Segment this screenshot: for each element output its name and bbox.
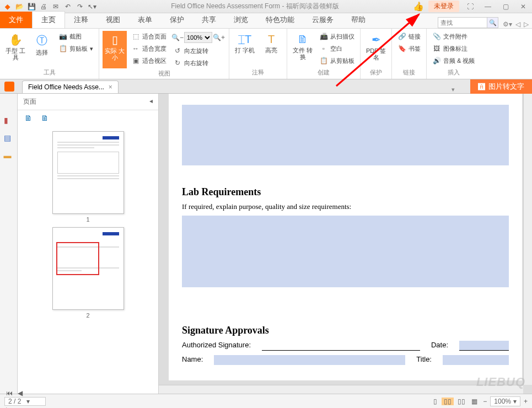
file-convert-button[interactable]: 🗎文件 转换: [291, 31, 315, 67]
tab-file[interactable]: 文件: [0, 12, 32, 28]
rotate-right-button[interactable]: ↻向右旋转: [171, 57, 225, 68]
bookmark-button[interactable]: 🔖书签: [395, 43, 423, 54]
app-badge-icon[interactable]: [4, 82, 14, 92]
collapse-icon[interactable]: ▾: [452, 86, 455, 93]
minimize-icon[interactable]: —: [481, 2, 495, 12]
prev-page-icon[interactable]: ◀: [16, 389, 24, 397]
files-icon: 🗎: [297, 33, 308, 46]
thumb-tool2-icon[interactable]: 🗎: [41, 114, 49, 122]
tab-help[interactable]: 帮助: [342, 12, 374, 28]
tab-cloud[interactable]: 云服务: [303, 12, 342, 28]
next-page-icon[interactable]: ▶: [4, 406, 13, 409]
tab-share[interactable]: 共享: [193, 12, 225, 28]
image-annot-button[interactable]: 🖼图像标注: [430, 43, 477, 54]
zoomin-icon[interactable]: 🔍+: [214, 33, 223, 42]
tab-view[interactable]: 视图: [97, 12, 129, 28]
zoom-in-status-icon[interactable]: +: [524, 398, 528, 405]
back-icon[interactable]: ⇦: [26, 406, 35, 409]
highlight-button[interactable]: T高亮: [259, 31, 283, 67]
tab-form[interactable]: 表单: [129, 12, 161, 28]
gear-icon[interactable]: ⚙▾: [503, 20, 512, 28]
mail-icon[interactable]: ✉: [51, 2, 61, 12]
screenshot-button[interactable]: 📷截图: [56, 31, 95, 42]
search-input[interactable]: [438, 17, 487, 28]
facing-icon[interactable]: ▯▯: [455, 398, 467, 405]
tab-feature[interactable]: 特色功能: [257, 12, 303, 28]
attachment-button[interactable]: 📎文件附件: [430, 31, 477, 42]
document-tab[interactable]: Field Office Needs Asse... ×: [22, 80, 119, 93]
thumbnail-1[interactable]: 1: [52, 131, 124, 223]
fit-width-button[interactable]: ↔适合宽度: [129, 43, 169, 54]
from-clipboard-button[interactable]: 📋从剪贴板: [317, 55, 357, 66]
cont-facing-icon[interactable]: ▦: [469, 398, 480, 405]
fullscreen-icon[interactable]: ⛶: [464, 2, 477, 12]
thumbnail-2[interactable]: 2: [52, 227, 124, 319]
title-field[interactable]: [443, 355, 509, 365]
blank-icon: ▫: [319, 44, 328, 53]
comments-panel-icon[interactable]: ▬: [4, 151, 14, 161]
tab-home[interactable]: 主页: [32, 11, 65, 28]
ocr-button[interactable]: 🅰 图片转文字: [470, 79, 532, 94]
bookmark-panel-icon[interactable]: ▮: [4, 116, 14, 126]
thumbnails-list[interactable]: 1 2: [18, 126, 158, 394]
zoom-select[interactable]: 100%: [184, 32, 212, 43]
save-icon[interactable]: 💾: [26, 2, 36, 12]
fit-visible-button[interactable]: ▣适合视区: [129, 55, 169, 66]
last-page-icon[interactable]: ⏭: [14, 406, 24, 409]
close-tab-icon[interactable]: ×: [109, 83, 112, 91]
page-scroll-area[interactable]: Lab Requirements If required, explain pu…: [169, 94, 522, 394]
clipboard-button[interactable]: 📋剪贴板▾: [56, 43, 95, 54]
pdf-sign-button[interactable]: ✒PDF 签名: [364, 31, 388, 67]
undo-icon[interactable]: ↶: [63, 2, 73, 12]
zoom-out-status-icon[interactable]: −: [483, 398, 487, 405]
redo-icon[interactable]: ↷: [75, 2, 85, 12]
form-field[interactable]: [182, 105, 509, 165]
audio-video-button[interactable]: 🔊音频 & 视频: [430, 55, 477, 66]
pointer-icon[interactable]: ↖▾: [87, 2, 97, 12]
name-field[interactable]: [214, 355, 405, 365]
single-page-icon[interactable]: ▯: [431, 398, 439, 405]
typewriter-button[interactable]: ⌶T打 字机: [233, 31, 257, 67]
horizontal-scrollbar[interactable]: [159, 385, 523, 394]
link-button[interactable]: 🔗链接: [395, 31, 423, 42]
actual-size-button[interactable]: ▯实际 大小: [103, 31, 127, 68]
login-button[interactable]: 未登录: [428, 1, 459, 12]
scanner-icon: 📠: [319, 32, 328, 41]
next-arrow-icon[interactable]: ▷: [524, 20, 529, 28]
prev-arrow-icon[interactable]: ◁: [515, 20, 520, 28]
pages-panel-icon[interactable]: ▤: [4, 133, 14, 143]
search-icon[interactable]: 🔍: [487, 17, 498, 28]
rotate-left-button[interactable]: ↺向左旋转: [171, 45, 225, 56]
ribbon-group-protect: ✒PDF 签名 保护: [361, 29, 392, 79]
ribbon-group-label: 保护: [364, 67, 388, 77]
panel-menu-icon[interactable]: ◂: [149, 97, 153, 106]
close-icon[interactable]: ✕: [517, 2, 530, 12]
form-field[interactable]: [182, 216, 509, 287]
thumb-tool1-icon[interactable]: 🗎: [24, 114, 32, 122]
select-button[interactable]: Ⓣ选择: [30, 31, 54, 67]
foxit-icon[interactable]: ◆: [2, 2, 12, 12]
print-icon[interactable]: 🖨: [39, 2, 49, 12]
first-page-icon[interactable]: ⏮: [4, 389, 14, 397]
continuous-icon[interactable]: ▯▯: [442, 398, 454, 405]
forward-icon[interactable]: ⇨: [37, 406, 46, 409]
main-area: ▮ ▤ ▬ 页面◂ 🗎 🗎 1 2 💡 Lab Requirement: [0, 94, 532, 394]
maximize-icon[interactable]: ▢: [499, 2, 512, 12]
fit-page-button[interactable]: ⬚适合页面: [129, 31, 169, 42]
lab-heading: Lab Requirements: [182, 186, 509, 198]
blank-button[interactable]: ▫空白: [317, 43, 357, 54]
tab-protect[interactable]: 保护: [161, 12, 193, 28]
open-icon[interactable]: 📂: [14, 2, 24, 12]
tab-browse[interactable]: 浏览: [225, 12, 257, 28]
ribbon-group-label: 插入: [430, 67, 477, 77]
hand-up-icon[interactable]: 👍: [413, 1, 424, 12]
hand-tool-button[interactable]: ✋手型 工具: [3, 31, 28, 67]
ribbon-group-label: 工具: [3, 67, 95, 77]
vertical-scrollbar[interactable]: [523, 94, 532, 385]
tab-annotate[interactable]: 注释: [65, 12, 97, 28]
date-field[interactable]: [459, 341, 509, 351]
zoom-out-button[interactable]: 🔍−100%🔍+: [171, 31, 225, 44]
zoom-display[interactable]: 100%▾: [490, 396, 520, 406]
from-scanner-button[interactable]: 📠从扫描仪: [317, 31, 357, 42]
page-input[interactable]: 2 / 2▾: [4, 397, 46, 406]
